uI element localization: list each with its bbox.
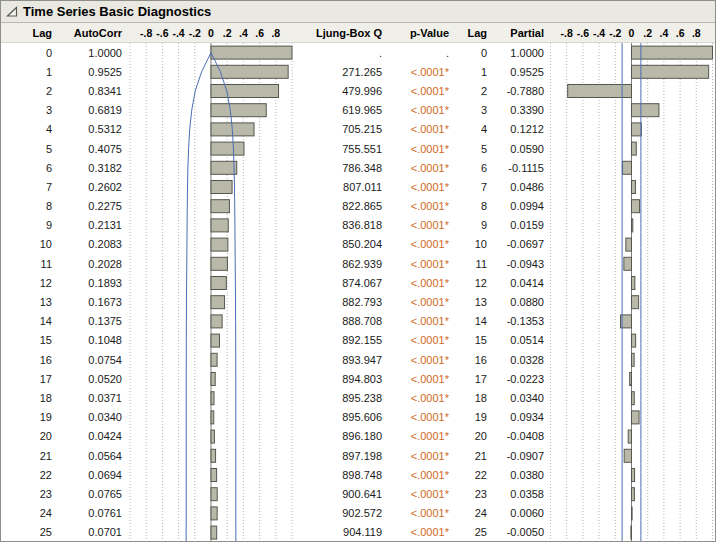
autocorr-chart-spacer: [126, 273, 296, 292]
partial-chart-spacer: [548, 427, 715, 446]
table-row: 80.2275822.865<.0001*80.0994: [1, 197, 715, 216]
partial-value: -0.0943: [491, 254, 548, 273]
p-value-value: <.0001*: [391, 331, 456, 350]
p-value-value: <.0001*: [391, 254, 456, 273]
autocorr-value: 0.2083: [59, 235, 126, 254]
partial-chart-spacer: [548, 484, 715, 503]
partial-value: 0.0994: [491, 197, 548, 216]
header-ljung-box-q: Ljung-Box Q: [296, 23, 391, 42]
ljung-box-q-value: 874.067: [296, 273, 391, 292]
autocorr-value: 0.2028: [59, 254, 126, 273]
autocorr-chart-spacer: [126, 465, 296, 484]
table-row: 200.0424896.180<.0001*20-0.0408: [1, 427, 715, 446]
autocorr-value: 0.0520: [59, 369, 126, 388]
table-row: 250.0701904.119<.0001*25-0.0050: [1, 523, 715, 542]
table-row: 210.0564897.198<.0001*21-0.0907: [1, 446, 715, 465]
autocorr-value: 0.1673: [59, 292, 126, 311]
lag-value-2: 6: [456, 158, 491, 177]
autocorr-value: 0.9525: [59, 62, 126, 81]
partial-chart-spacer: [548, 369, 715, 388]
lag-value: 20: [1, 427, 59, 446]
lag-value: 23: [1, 484, 59, 503]
lag-value-2: 8: [456, 197, 491, 216]
ljung-box-q-value: 900.641: [296, 484, 391, 503]
header-partial-axis: -.8-.6-.4-.20.2.4.6.8: [548, 23, 715, 42]
partial-value: 0.0358: [491, 484, 548, 503]
lag-value-2: 22: [456, 465, 491, 484]
table-row: 100.2083850.204<.0001*10-0.0697: [1, 235, 715, 254]
partial-chart-spacer: [548, 273, 715, 292]
p-value-value: <.0001*: [391, 177, 456, 196]
axis-tick-label: .2: [223, 23, 232, 42]
table-body: 01.0000..01.000010.9525271.265<.0001*10.…: [1, 43, 715, 542]
lag-value-2: 14: [456, 312, 491, 331]
partial-value: 0.0934: [491, 408, 548, 427]
p-value-value: <.0001*: [391, 197, 456, 216]
partial-chart-spacer: [548, 446, 715, 465]
lag-value-2: 20: [456, 427, 491, 446]
autocorr-value: 0.8341: [59, 81, 126, 100]
header-autocorr-axis: -.8-.6-.4-.20.2.4.6.8: [126, 23, 296, 42]
autocorr-value: 0.1893: [59, 273, 126, 292]
lag-value-2: 17: [456, 369, 491, 388]
lag-value: 21: [1, 446, 59, 465]
partial-value: 0.0486: [491, 177, 548, 196]
axis-tick-label: .2: [643, 23, 652, 42]
autocorr-value: 0.0765: [59, 484, 126, 503]
header-p-value: p-Value: [391, 23, 456, 42]
autocorr-value: 0.1048: [59, 331, 126, 350]
lag-value-2: 3: [456, 101, 491, 120]
table-row: 30.6819619.965<.0001*30.3390: [1, 101, 715, 120]
ljung-box-q-value: 786.348: [296, 158, 391, 177]
axis-tick-label: -.6: [156, 23, 168, 42]
autocorr-chart-spacer: [126, 235, 296, 254]
table-row: 230.0765900.641<.0001*230.0358: [1, 484, 715, 503]
autocorr-value: 0.1375: [59, 312, 126, 331]
autocorr-value: 0.0340: [59, 408, 126, 427]
panel-title-bar: Time Series Basic Diagnostics: [1, 1, 715, 23]
axis-tick-label: -.6: [577, 23, 589, 42]
table-row: 90.2131836.818<.0001*90.0159: [1, 216, 715, 235]
disclosure-triangle-icon[interactable]: [6, 6, 18, 18]
partial-chart-spacer: [548, 177, 715, 196]
partial-value: -0.0223: [491, 369, 548, 388]
axis-tick-label: -.8: [561, 23, 573, 42]
lag-value: 18: [1, 388, 59, 407]
p-value-value: <.0001*: [391, 408, 456, 427]
autocorr-chart-spacer: [126, 312, 296, 331]
ljung-box-q-value: 895.606: [296, 408, 391, 427]
ljung-box-q-value: 892.155: [296, 331, 391, 350]
autocorr-chart-spacer: [126, 292, 296, 311]
table-row: 01.0000..01.0000: [1, 43, 715, 62]
p-value-value: <.0001*: [391, 235, 456, 254]
autocorr-value: 0.2275: [59, 197, 126, 216]
lag-value-2: 12: [456, 273, 491, 292]
axis-tick-label: 0: [208, 23, 214, 42]
partial-chart-spacer: [548, 197, 715, 216]
p-value-value: <.0001*: [391, 120, 456, 139]
table-row: 240.0761902.572<.0001*240.0060: [1, 504, 715, 523]
table-row: 70.2602807.011<.0001*70.0486: [1, 177, 715, 196]
partial-value: 0.1212: [491, 120, 548, 139]
ljung-box-q-value: 755.551: [296, 139, 391, 158]
autocorr-chart-spacer: [126, 62, 296, 81]
partial-value: -0.0408: [491, 427, 548, 446]
lag-value-2: 18: [456, 388, 491, 407]
partial-chart-spacer: [548, 101, 715, 120]
table-row: 120.1893874.067<.0001*120.0414: [1, 273, 715, 292]
p-value-value: <.0001*: [391, 216, 456, 235]
autocorr-chart-spacer: [126, 120, 296, 139]
ljung-box-q-value: 862.939: [296, 254, 391, 273]
partial-value: -0.1115: [491, 158, 548, 177]
partial-chart-spacer: [548, 120, 715, 139]
lag-value: 12: [1, 273, 59, 292]
autocorr-chart-spacer: [126, 331, 296, 350]
table-header-row: Lag AutoCorr -.8-.6-.4-.20.2.4.6.8 Ljung…: [1, 23, 715, 43]
p-value-value: <.0001*: [391, 484, 456, 503]
ljung-box-q-value: 479.996: [296, 81, 391, 100]
lag-value-2: 0: [456, 43, 491, 62]
autocorr-value: 1.0000: [59, 43, 126, 62]
p-value-value: <.0001*: [391, 427, 456, 446]
p-value-value: <.0001*: [391, 292, 456, 311]
partial-value: 0.0880: [491, 292, 548, 311]
